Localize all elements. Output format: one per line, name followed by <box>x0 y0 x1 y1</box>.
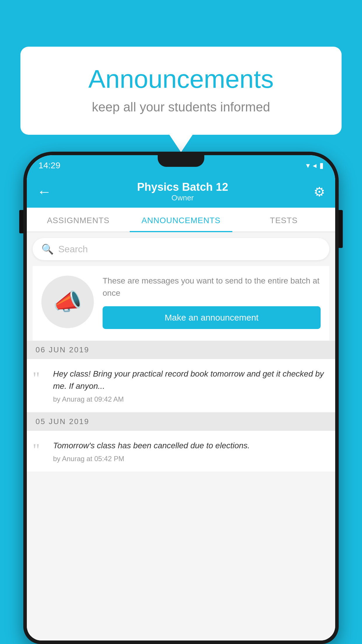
content-area: 🔍 Search 📣 These are messages you want t… <box>27 232 335 640</box>
speech-bubble-card: Announcements keep all your students inf… <box>20 47 342 135</box>
header-center: Physics Batch 12 Owner <box>137 181 228 202</box>
announcement-item-1[interactable]: " Hey class! Bring your practical record… <box>27 359 335 412</box>
empty-state-card: 📣 These are messages you want to send to… <box>33 266 329 341</box>
tab-bar: ASSIGNMENTS ANNOUNCEMENTS TESTS <box>27 208 335 232</box>
tab-assignments[interactable]: ASSIGNMENTS <box>27 208 130 232</box>
settings-icon[interactable]: ⚙ <box>314 184 325 199</box>
phone-notch <box>158 155 204 167</box>
make-announcement-button[interactable]: Make an announcement <box>103 306 321 329</box>
phone-device: 14:29 ▾ ◂ ▮ ← Physics Batch 12 Owner ⚙ A… <box>23 152 339 644</box>
battery-icon: ▮ <box>319 161 324 170</box>
tab-announcements[interactable]: ANNOUNCEMENTS <box>130 208 233 232</box>
phone-power-button <box>339 210 343 248</box>
signal-icon: ◂ <box>313 161 317 170</box>
announcement-meta-2: by Anurag at 05:42 PM <box>53 455 326 463</box>
quote-icon-2: " <box>33 440 47 459</box>
empty-state-description: These are messages you want to send to t… <box>103 275 321 299</box>
tab-tests[interactable]: TESTS <box>232 208 335 232</box>
speech-bubble-title: Announcements <box>44 64 318 94</box>
phone-wrapper: 14:29 ▾ ◂ ▮ ← Physics Batch 12 Owner ⚙ A… <box>23 152 339 644</box>
status-bar: 14:29 ▾ ◂ ▮ <box>27 155 335 176</box>
status-icons: ▾ ◂ ▮ <box>306 161 324 170</box>
speech-bubble-subtitle: keep all your students informed <box>44 100 318 114</box>
announcement-content-2: Tomorrow's class has been cancelled due … <box>53 440 326 463</box>
phone-volume-button <box>19 210 23 233</box>
search-placeholder: Search <box>58 244 88 255</box>
speech-bubble-tail <box>169 135 193 152</box>
status-time: 14:29 <box>38 160 60 170</box>
user-role: Owner <box>137 193 228 202</box>
speech-bubble-section: Announcements keep all your students inf… <box>20 47 342 152</box>
batch-title: Physics Batch 12 <box>137 181 228 193</box>
app-header: ← Physics Batch 12 Owner ⚙ <box>27 176 335 208</box>
megaphone-circle: 📣 <box>41 276 94 328</box>
date-separator-2: 05 JUN 2019 <box>27 412 335 431</box>
megaphone-icon: 📣 <box>53 288 82 316</box>
announcement-item-2[interactable]: " Tomorrow's class has been cancelled du… <box>27 431 335 472</box>
date-separator-1: 06 JUN 2019 <box>27 341 335 359</box>
search-bar[interactable]: 🔍 Search <box>33 238 329 260</box>
announcement-text-1: Hey class! Bring your practical record b… <box>53 368 326 392</box>
announcement-content-1: Hey class! Bring your practical record b… <box>53 368 326 403</box>
announcement-text-2: Tomorrow's class has been cancelled due … <box>53 440 326 452</box>
phone-screen: 14:29 ▾ ◂ ▮ ← Physics Batch 12 Owner ⚙ A… <box>27 155 335 640</box>
wifi-icon: ▾ <box>306 161 310 170</box>
empty-state-right: These are messages you want to send to t… <box>103 275 321 329</box>
back-button[interactable]: ← <box>37 183 52 200</box>
quote-icon-1: " <box>33 368 47 387</box>
announcement-meta-1: by Anurag at 09:42 AM <box>53 395 326 403</box>
search-icon: 🔍 <box>41 243 54 255</box>
